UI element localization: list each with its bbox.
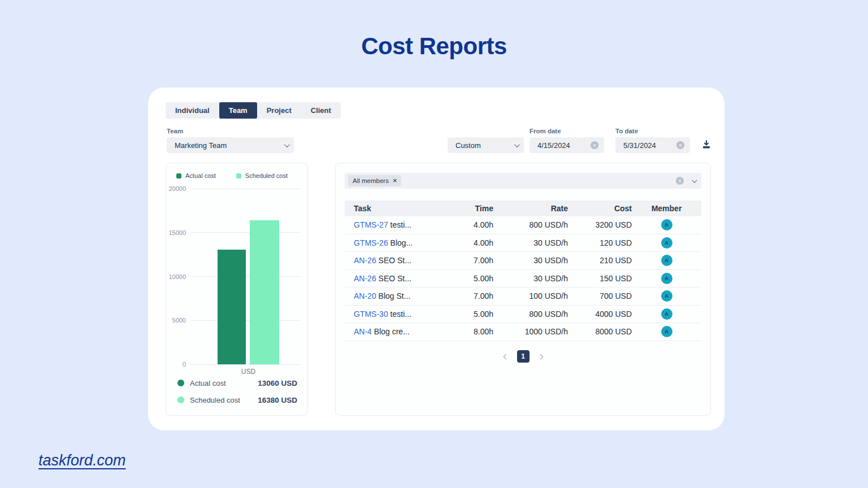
legend-item: Actual cost [176, 172, 216, 179]
task-link[interactable]: GTMS-27 [354, 220, 388, 229]
summary-value: 16380 USD [258, 396, 297, 404]
task-link[interactable]: AN-20 [354, 291, 376, 300]
chart-card: Actual costScheduled cost 20000150001000… [166, 163, 308, 416]
tab-client[interactable]: Client [301, 102, 341, 119]
member-cell: A [632, 326, 701, 337]
next-page-button[interactable] [539, 355, 542, 359]
team-label: Team [167, 128, 183, 134]
cost-table-card: All members TaskTimeRateCostMember GTMS-… [335, 163, 711, 416]
cost-cell: 700 USD [568, 291, 632, 300]
date-range-value: Custom [455, 141, 481, 150]
cost-cell: 8000 USD [568, 327, 632, 336]
task-cell: GTMS-30 testi... [354, 310, 439, 319]
y-tick-label: 15000 [166, 229, 191, 236]
task-title: testi... [388, 220, 411, 229]
member-cell: A [632, 237, 701, 249]
member-avatar: A [661, 219, 672, 230]
from-date-value: 4/15/2024 [537, 141, 570, 150]
cost-cell: 3200 USD [568, 220, 632, 229]
cost-cell: 210 USD [568, 256, 632, 265]
member-avatar: A [661, 237, 672, 249]
from-date-label: From date [530, 128, 561, 134]
rate-cell: 800 USD/h [493, 310, 568, 319]
chevron-down-icon[interactable] [692, 177, 697, 183]
legend-swatch [236, 173, 241, 178]
from-date-input[interactable]: 4/15/2024 [530, 137, 604, 153]
table-row: AN-4 Blog cre...8.00h1000 USD/h8000 USDA [345, 323, 701, 341]
current-page-button[interactable]: 1 [517, 350, 530, 363]
download-button[interactable] [697, 136, 715, 153]
tab-team[interactable]: Team [219, 102, 257, 119]
rate-cell: 800 USD/h [493, 220, 568, 229]
table-body: GTMS-27 testi...4.00h800 USD/h3200 USDAG… [345, 216, 701, 341]
chevron-down-icon [284, 142, 290, 147]
task-link[interactable]: GTMS-26 [354, 238, 388, 247]
summary-row: Scheduled cost16380 USD [177, 391, 297, 408]
y-tick-label: 10000 [166, 273, 191, 280]
tab-project[interactable]: Project [257, 102, 301, 119]
legend-label: Scheduled cost [245, 172, 288, 179]
date-range-select[interactable]: Custom [448, 137, 524, 153]
task-link[interactable]: GTMS-30 [354, 310, 388, 319]
task-title: Blog cre... [372, 327, 410, 336]
gridline [191, 189, 300, 189]
to-date-label: To date [615, 128, 638, 134]
table-row: GTMS-27 testi...4.00h800 USD/h3200 USDA [345, 216, 701, 234]
rate-cell: 30 USD/h [493, 256, 568, 265]
remove-chip-icon[interactable] [393, 178, 397, 184]
to-date-input[interactable]: 5/31/2024 [615, 137, 690, 153]
chart-plot: 20000150001000050000 [166, 189, 309, 364]
summary-dot [177, 380, 184, 386]
time-cell: 4.00h [439, 238, 493, 247]
column-header-member: Member [632, 204, 701, 213]
time-cell: 5.00h [439, 310, 493, 319]
column-header-time: Time [439, 204, 493, 213]
clear-filter-icon[interactable] [676, 177, 684, 185]
cost-cell: 120 USD [568, 238, 632, 247]
summary-dot [177, 396, 184, 403]
table-row: AN-26 SEO St...5.00h30 USD/h150 USDA [345, 270, 701, 288]
rate-cell: 30 USD/h [493, 274, 568, 283]
filter-bar-icons [676, 177, 696, 185]
tab-individual[interactable]: Individual [166, 102, 219, 119]
time-cell: 7.00h [439, 256, 493, 265]
column-header-cost: Cost [568, 204, 632, 213]
members-chip[interactable]: All members [348, 175, 401, 186]
members-chip-label: All members [353, 177, 389, 184]
rate-cell: 100 USD/h [493, 291, 568, 300]
members-filter-bar[interactable]: All members [345, 173, 701, 189]
time-cell: 5.00h [439, 274, 493, 283]
cost-reports-panel: IndividualTeamProjectClient Team Marketi… [148, 88, 724, 430]
pagination: 1 [336, 350, 710, 363]
table-row: AN-20 Blog St...7.00h100 USD/h700 USDA [345, 287, 701, 306]
footer-link[interactable]: taskford.com [38, 452, 126, 469]
cost-cell: 150 USD [568, 274, 632, 283]
y-tick: 20000 [166, 185, 300, 193]
column-header-task: Task [354, 204, 439, 213]
team-select-value: Marketing Team [175, 141, 227, 150]
task-link[interactable]: AN-26 [354, 256, 376, 265]
prev-page-button[interactable] [504, 355, 508, 359]
gridline [191, 232, 300, 233]
task-link[interactable]: AN-4 [354, 327, 372, 336]
time-cell: 8.00h [439, 327, 493, 336]
member-avatar: A [661, 308, 672, 320]
member-avatar: A [661, 326, 672, 337]
legend-item: Scheduled cost [236, 172, 288, 179]
task-cell: AN-26 SEO St... [354, 274, 439, 283]
team-select[interactable]: Marketing Team [167, 137, 294, 153]
time-cell: 7.00h [439, 291, 493, 300]
task-link[interactable]: AN-26 [354, 274, 376, 283]
legend-swatch [176, 173, 181, 178]
task-cell: AN-4 Blog cre... [354, 327, 439, 336]
member-cell: A [632, 273, 701, 284]
to-date-value: 5/31/2024 [623, 141, 656, 150]
clear-from-date-icon[interactable] [591, 141, 598, 149]
summary-row: Actual cost13060 USD [177, 374, 297, 391]
chart-legend: Actual costScheduled cost [176, 172, 288, 179]
table-header: TaskTimeRateCostMember [345, 201, 701, 216]
member-avatar: A [661, 290, 672, 302]
chart-summary: Actual cost13060 USDScheduled cost16380 … [177, 374, 297, 408]
clear-to-date-icon[interactable] [676, 141, 684, 149]
member-cell: A [632, 308, 701, 320]
